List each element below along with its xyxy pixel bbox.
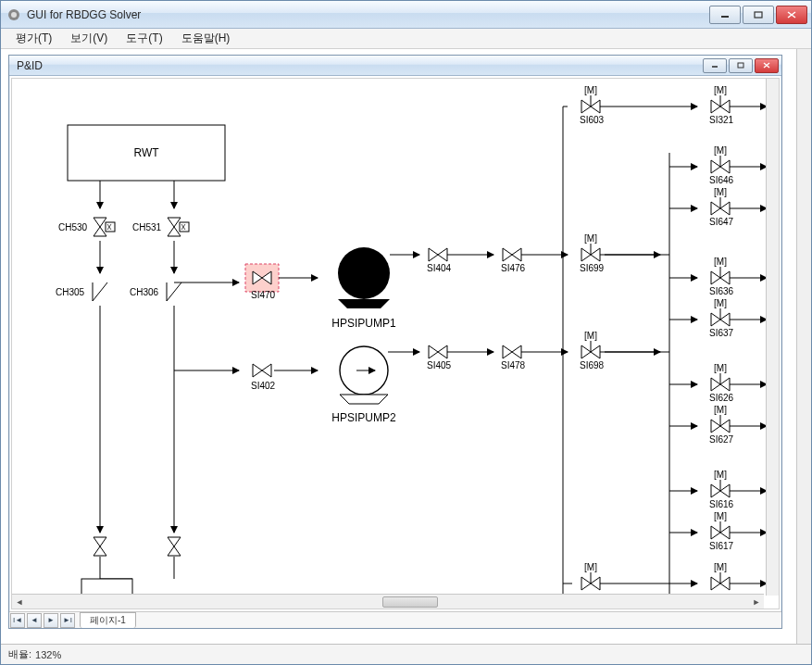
valve-si405[interactable] xyxy=(429,345,447,358)
inner-titlebar: P&ID xyxy=(9,56,781,76)
titlebar: GUI for RBDGG Solver xyxy=(1,1,811,29)
valve-si402[interactable] xyxy=(253,364,271,377)
inner-minimize-button[interactable] xyxy=(703,58,727,73)
main-window: GUI for RBDGG Solver 평가(T) 보기(V) 도구(T) 도… xyxy=(0,0,812,665)
zoom-label: 배율: xyxy=(8,647,31,661)
menu-view[interactable]: 보기(V) xyxy=(61,29,117,48)
inner-close-button[interactable] xyxy=(755,58,779,73)
inner-window-title: P&ID xyxy=(17,59,701,72)
scroll-thumb[interactable] xyxy=(382,596,438,608)
scroll-left-icon[interactable]: ◄ xyxy=(12,595,27,609)
valve-si617[interactable] xyxy=(711,511,730,539)
label-si647: SI647 xyxy=(709,217,734,227)
menu-help[interactable]: 도움말(H) xyxy=(172,29,240,48)
label-si637: SI637 xyxy=(709,328,734,338)
valve-si321[interactable] xyxy=(711,85,730,113)
valve-ch530[interactable] xyxy=(94,218,115,236)
label-si478: SI478 xyxy=(501,360,526,370)
menu-evaluate[interactable]: 평가(T) xyxy=(6,29,61,48)
inner-window-pid: P&ID xyxy=(8,55,782,629)
menubar: 평가(T) 보기(V) 도구(T) 도움말(H) xyxy=(1,29,811,49)
valve-si616[interactable] xyxy=(711,470,730,497)
svg-rect-3 xyxy=(755,12,762,18)
label-si616: SI616 xyxy=(709,499,734,509)
label-si699: SI699 xyxy=(580,263,605,273)
app-icon xyxy=(6,7,21,22)
valve-ch305[interactable] xyxy=(93,282,107,301)
valve-si476[interactable] xyxy=(503,248,521,261)
valve-si699[interactable] xyxy=(581,233,600,261)
valve-si647[interactable] xyxy=(711,187,730,215)
scroll-right-icon[interactable]: ► xyxy=(749,595,764,609)
valve-si478[interactable] xyxy=(503,345,521,358)
menu-tools[interactable]: 도구(T) xyxy=(117,29,171,48)
bottom-valve-1[interactable] xyxy=(94,537,106,556)
valve-si698[interactable] xyxy=(581,331,600,358)
diagram-canvas[interactable]: [M] xyxy=(11,78,780,609)
label-si698: SI698 xyxy=(580,360,605,370)
window-title: GUI for RBDGG Solver xyxy=(27,8,707,21)
inner-vertical-scrollbar[interactable] xyxy=(766,79,779,596)
label-si627: SI627 xyxy=(709,434,734,445)
outer-vertical-scrollbar[interactable] xyxy=(796,49,811,644)
svg-rect-7 xyxy=(738,63,743,68)
label-si405: SI405 xyxy=(427,360,452,370)
label-ch531: CH531 xyxy=(132,222,162,232)
statusbar: 배율: 132% xyxy=(1,644,811,664)
label-si626: SI626 xyxy=(709,393,734,403)
nav-prev-button[interactable]: ◄ xyxy=(27,613,42,628)
page-nav: I◄ ◄ ► ►I 페이지-1 xyxy=(9,611,781,628)
label-ch530: CH530 xyxy=(58,222,88,232)
label-ch305: CH305 xyxy=(56,287,85,297)
page-tab-1[interactable]: 페이지-1 xyxy=(80,612,136,628)
valve-si637[interactable] xyxy=(711,298,730,326)
label-si636: SI636 xyxy=(709,286,734,296)
nav-next-button[interactable]: ► xyxy=(44,613,58,628)
label-si646: SI646 xyxy=(709,175,734,185)
svg-point-1 xyxy=(11,12,17,18)
minimize-button[interactable] xyxy=(709,6,741,24)
valve-si636[interactable] xyxy=(711,257,730,284)
pump2-label: HPSIPUMP2 xyxy=(331,411,396,424)
label-si470: SI470 xyxy=(251,290,276,300)
rwt-label: RWT xyxy=(133,146,159,159)
label-si603: SI603 xyxy=(580,115,605,125)
inner-horizontal-scrollbar[interactable]: ◄ ► xyxy=(12,594,764,609)
label-si476: SI476 xyxy=(501,263,526,273)
nav-last-button[interactable]: ►I xyxy=(60,613,75,628)
bottom-valve-2[interactable] xyxy=(168,537,181,556)
valve-si404[interactable] xyxy=(429,248,447,261)
maximize-button[interactable] xyxy=(743,6,774,24)
pump1-label: HPSIPUMP1 xyxy=(331,317,396,330)
valve-si627[interactable] xyxy=(711,405,730,433)
valve-bottom-left[interactable] xyxy=(581,562,600,590)
nav-first-button[interactable]: I◄ xyxy=(10,613,25,628)
label-si321: SI321 xyxy=(709,115,734,125)
zoom-value: 132% xyxy=(35,649,61,660)
inner-maximize-button[interactable] xyxy=(729,58,753,73)
valve-si646[interactable] xyxy=(711,145,730,173)
pump1-icon[interactable] xyxy=(338,247,390,299)
label-ch306: CH306 xyxy=(130,287,159,297)
close-button[interactable] xyxy=(776,6,807,24)
mdi-area: P&ID xyxy=(1,49,811,644)
valve-si603[interactable] xyxy=(581,85,600,113)
label-si404: SI404 xyxy=(427,263,452,273)
valve-ch531[interactable] xyxy=(168,218,189,236)
valve-bottom-right[interactable] xyxy=(711,562,730,590)
valve-si626[interactable] xyxy=(711,363,730,391)
label-si402: SI402 xyxy=(251,381,276,391)
valve-ch306[interactable] xyxy=(167,282,181,301)
label-si617: SI617 xyxy=(709,541,734,551)
